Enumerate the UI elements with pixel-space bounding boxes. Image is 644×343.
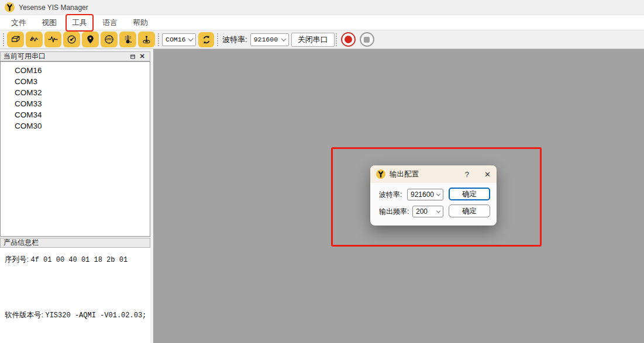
port-select-value: COM16 <box>166 36 186 43</box>
window-title: Yesense YIS Manager <box>19 4 88 12</box>
dialog-baud-label: 波特率: <box>379 190 407 200</box>
port-list-item[interactable]: COM34 <box>1 109 150 120</box>
toolbar-drag-handle[interactable] <box>336 33 337 46</box>
main-view: 输出配置 ? ✕ 波特率: 921600 确定 输出频率: 200 确定 <box>153 49 644 343</box>
close-serial-port-button[interactable]: 关闭串口 <box>291 33 335 47</box>
chevron-down-icon <box>436 192 440 196</box>
baud-rate-select[interactable]: 921600 <box>250 33 289 46</box>
baud-rate-label: 波特率: <box>222 34 247 45</box>
chevron-down-icon <box>281 36 285 41</box>
available-ports-panel-header: 当前可用串口 ✕ <box>0 51 150 61</box>
menu-help[interactable]: 帮助 <box>128 16 153 30</box>
thermometer-icon[interactable] <box>119 32 136 47</box>
menu-bar: 文件 视图 工具 语言 帮助 <box>0 15 644 30</box>
available-ports-title: 当前可用串口 <box>4 51 46 61</box>
output-rate-row: 输出频率: 200 确定 <box>370 205 443 218</box>
cube-3d-icon[interactable] <box>7 32 24 47</box>
yesense-logo-icon <box>376 169 385 179</box>
serial-number-line: 序列号: 4f 01 00 40 01 18 2b 01 <box>5 255 128 265</box>
product-info-panel-header: 产品信息栏 <box>0 238 150 248</box>
dialog-output-rate-value: 200 <box>416 207 428 216</box>
menu-tools[interactable]: 工具 <box>67 16 92 30</box>
product-info-title: 产品信息栏 <box>4 238 39 248</box>
output-rate-ok-button[interactable]: 确定 <box>449 205 490 217</box>
dialog-close-button[interactable]: ✕ <box>484 170 491 179</box>
menu-file[interactable]: 文件 <box>6 16 32 30</box>
port-list-item[interactable]: COM33 <box>1 98 150 109</box>
dialog-baud-select[interactable]: 921600 <box>407 189 443 200</box>
left-dock: 当前可用串口 ✕ COM16 COM3 COM32 COM33 COM34 CO… <box>0 49 153 343</box>
location-pin-icon[interactable] <box>82 32 99 47</box>
software-version-label: 软件版本号: <box>5 311 43 319</box>
dialog-title-bar[interactable]: 输出配置 ? ✕ <box>370 165 497 183</box>
close-panel-icon[interactable]: ✕ <box>137 53 147 61</box>
output-config-dialog: 输出配置 ? ✕ 波特率: 921600 确定 输出频率: 200 确定 <box>370 165 497 226</box>
dialog-title: 输出配置 <box>390 169 419 179</box>
port-list-item[interactable]: COM3 <box>1 76 150 87</box>
dialog-output-rate-select[interactable]: 200 <box>412 206 443 217</box>
port-list-item[interactable]: COM32 <box>1 87 150 98</box>
serial-number-value: 4f 01 00 40 01 18 2b 01 <box>30 256 128 264</box>
chevron-down-icon <box>188 36 193 41</box>
svg-text:UTC: UTC <box>106 38 112 41</box>
angle-waveform-icon[interactable] <box>26 32 43 47</box>
dialog-baud-value: 921600 <box>411 190 434 199</box>
utc-clock-icon[interactable]: UTC <box>101 32 118 47</box>
stop-button[interactable] <box>360 32 374 47</box>
menu-language[interactable]: 语言 <box>97 16 123 30</box>
baud-ok-button[interactable]: 确定 <box>449 188 490 200</box>
software-version-value: YIS320 -AQMI -V01.02.03; <box>45 311 146 320</box>
gauge-icon[interactable] <box>63 32 80 47</box>
dialog-help-button[interactable]: ? <box>465 170 469 179</box>
dialog-output-rate-label: 输出频率: <box>379 207 412 217</box>
record-button[interactable] <box>341 32 356 47</box>
toolbar-drag-handle[interactable] <box>158 33 159 46</box>
stop-icon <box>364 37 370 43</box>
baud-rate-row: 波特率: 921600 确定 <box>370 188 443 201</box>
content-area: 当前可用串口 ✕ COM16 COM3 COM32 COM33 COM34 CO… <box>0 49 644 343</box>
pulse-waveform-icon[interactable] <box>44 32 61 47</box>
refresh-ports-button[interactable] <box>198 32 214 47</box>
inclinometer-icon[interactable] <box>138 32 155 47</box>
yesense-logo-icon <box>5 2 15 12</box>
port-list-item[interactable]: COM16 <box>1 65 150 76</box>
menu-view[interactable]: 视图 <box>36 16 62 30</box>
record-icon <box>345 36 352 43</box>
toolbar: UTC COM16 波特率: 921600 <box>0 30 644 49</box>
port-list-item[interactable]: COM30 <box>1 120 150 131</box>
baud-rate-value: 921600 <box>254 36 278 43</box>
available-ports-list: COM16 COM3 COM32 COM33 COM34 COM30 <box>0 61 150 237</box>
chevron-down-icon <box>436 209 440 213</box>
port-select[interactable]: COM16 <box>162 33 196 46</box>
float-panel-icon[interactable] <box>128 53 137 61</box>
software-version-line: 软件版本号: YIS320 -AQMI -V01.02.03; <box>5 310 146 320</box>
serial-number-label: 序列号: <box>5 255 29 264</box>
title-bar: Yesense YIS Manager <box>0 0 644 15</box>
toolbar-drag-handle[interactable] <box>217 33 218 46</box>
product-info-body: 序列号: 4f 01 00 40 01 18 2b 01 软件版本号: YIS3… <box>0 248 150 343</box>
toolbar-drag-handle[interactable] <box>3 33 4 46</box>
